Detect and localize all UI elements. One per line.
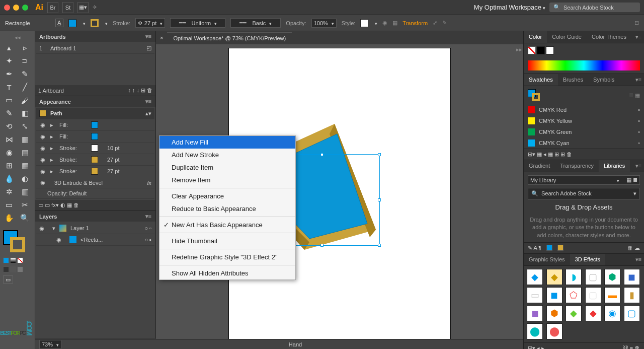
effect-thumb[interactable]: ⬢ [604,269,620,285]
free-transform-tool[interactable]: ▦ [18,133,32,146]
type-tool[interactable]: T [2,81,16,93]
effect-thumb[interactable]: ⬤ [527,323,543,339]
slice-tool[interactable]: ✂ [18,199,32,211]
draw-normal[interactable] [3,266,9,272]
panel-menu-icon[interactable]: ▾≡ [145,213,151,220]
arrange-docs-icon[interactable]: ▦▾ [77,2,89,13]
opacity-input[interactable]: 100% [311,19,337,28]
options-menu-icon[interactable]: ⊟ [634,20,639,26]
shaper-tool[interactable]: ✎ [2,107,16,119]
artboard-row[interactable]: 1 Artboard 1 ◰ [36,43,154,54]
effect-thumb[interactable]: ◆ [585,305,601,321]
layer-child-row[interactable]: ◉ <Recta... ○ ▪ [36,234,154,246]
tools-collapse-icon[interactable]: ◂◂ [0,34,35,41]
effect-thumb[interactable]: ▭ [527,287,543,303]
stock-icon[interactable]: St [62,2,73,13]
line-tool[interactable]: ╱ [18,81,32,93]
ctx-item[interactable]: Remove Item [159,174,295,186]
stroke-profile-dd[interactable]: ━━ Uniform [170,18,225,28]
blend-tool[interactable]: ◐ [18,173,32,185]
gradient-tool[interactable]: ▦ [18,160,32,172]
ctx-item[interactable]: Redefine Graphic Style "3D Effect 2" [159,251,295,263]
effect-thumb[interactable]: ▢ [585,287,601,303]
scale-tool[interactable]: ⤡ [18,120,32,132]
stroke-color[interactable] [10,237,25,252]
eraser-tool[interactable]: ◧ [18,107,32,119]
effect-thumb[interactable]: ◗ [566,269,582,285]
fill-stroke-control[interactable] [0,229,35,256]
selection-tool[interactable]: ▴ [2,42,16,54]
color-spectrum[interactable] [528,60,640,71]
effect-thumb[interactable]: ◆ [527,269,543,285]
appearance-fx-row[interactable]: ◉3D Extrude & Bevelfx [36,177,154,188]
ctx-item[interactable]: Add New Stroke [159,149,295,161]
rotate-tool[interactable]: ⟲ [2,120,16,132]
effect-thumb[interactable]: ⬠ [566,287,582,303]
tab-3d-effects[interactable]: 3D Effects [570,254,606,265]
eyedropper-tool[interactable]: 💧 [2,173,16,185]
direct-selection-tool[interactable]: ▹ [18,42,32,54]
text-orient-icon[interactable]: A̲ [55,19,63,27]
layer-row[interactable]: ◉▾ Layer 1 ○ ▫ [36,223,154,234]
none-swatch[interactable] [528,46,536,54]
appearance-opacity-row[interactable]: Opacity: Default [36,188,154,199]
tab-color-themes[interactable]: Color Themes [587,31,631,43]
brush-dd[interactable]: ━━ Basic [230,18,281,28]
document-tab[interactable]: Optimal Workspace* @ 73% (CMYK/Preview) [167,32,292,43]
mesh-tool[interactable]: ⊞ [2,160,16,172]
maximize-window[interactable] [22,5,28,11]
ctx-item[interactable]: Show All Hidden Attributes [159,267,295,280]
magic-wand-tool[interactable]: ✦ [2,55,16,67]
panel-menu-icon[interactable]: ▾≡ [145,98,151,105]
artboard-tool[interactable]: ▭ [2,199,16,211]
panel-menu-icon[interactable]: ▾≡ [633,31,644,43]
shape-builder-tool[interactable]: ◉ [2,147,16,159]
black-swatch[interactable] [537,46,545,54]
effect-thumb[interactable]: ▢ [585,269,601,285]
swatch-row[interactable]: CMYK Yellow▫ [524,115,644,126]
ctx-item[interactable]: New Art Has Basic Appearance [159,219,295,231]
tab-libraries[interactable]: Libraries [599,160,630,172]
tab-gradient[interactable]: Gradient [524,160,555,172]
paintbrush-tool[interactable]: 🖌 [18,94,32,106]
stock-search-input[interactable]: 🔍 Search Adobe Stock [549,3,640,12]
screen-mode-icon[interactable]: ▭ [3,275,13,284]
panel-menu-icon[interactable]: ▾≡ [145,33,151,40]
symbol-sprayer-tool[interactable]: ✲ [2,186,16,198]
gpu-icon[interactable]: ✈ [93,4,97,11]
effect-thumb[interactable]: ▮ [624,287,640,303]
library-search-input[interactable]: 🔍Search Adobe Stock▾ [528,188,640,199]
recolor-icon[interactable]: ◉ [382,20,387,26]
draw-behind[interactable] [10,266,16,272]
effect-thumb[interactable]: ▬ [604,287,620,303]
effect-thumb[interactable]: ◆ [566,305,582,321]
tab-graphic-styles[interactable]: Graphic Styles [524,254,570,265]
effect-thumb[interactable]: ⬢ [546,305,562,321]
hand-tool[interactable]: ✋ [2,212,16,224]
bridge-icon[interactable]: Br [47,2,58,13]
library-dd[interactable]: My Library▦ ≣ [528,175,640,185]
appearance-row[interactable]: ◉▸Fill: [36,119,154,131]
curvature-tool[interactable]: ✎ [18,68,32,80]
effect-thumb[interactable]: ◼ [546,287,562,303]
tab-close-icon[interactable]: × [160,35,163,41]
none-mode[interactable] [17,257,23,263]
appearance-row[interactable]: ◉▸Fill: [36,131,154,143]
panel-menu-icon[interactable]: ▾≡ [633,254,644,265]
transform-link[interactable]: Transform [403,20,428,26]
stroke-swatch[interactable] [91,19,99,27]
ctx-item[interactable]: Reduce to Basic Appearance [159,202,295,215]
edit-icon[interactable]: ✎ [442,20,447,26]
isolate-icon[interactable]: ⤢ [433,20,437,26]
perspective-tool[interactable]: ▤ [18,147,32,159]
effect-thumb[interactable]: ◉ [604,305,620,321]
tab-color-guide[interactable]: Color Guide [547,31,587,43]
zoom-tool[interactable]: 🔍 [18,212,32,224]
minimize-window[interactable] [13,5,19,11]
effect-thumb[interactable]: ◆ [546,269,562,285]
tab-transparency[interactable]: Transparency [555,160,599,172]
effect-thumb[interactable]: ◼ [527,305,543,321]
appearance-row[interactable]: ◉▸Stroke:10 pt [36,143,154,154]
artboard-options-icon[interactable]: ◰ [146,45,151,51]
width-tool[interactable]: ⋈ [2,133,16,146]
